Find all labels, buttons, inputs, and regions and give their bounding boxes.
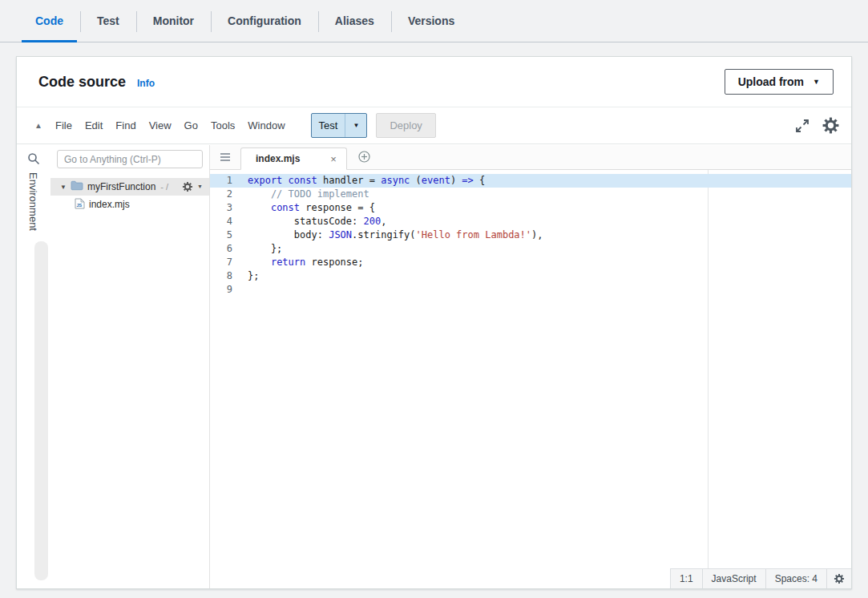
- code-editor: index.mjs × 123456789 export const handl…: [210, 145, 851, 588]
- editor-settings-gear-icon[interactable]: [822, 116, 840, 135]
- deploy-button[interactable]: Deploy: [376, 113, 435, 138]
- line-number: 2: [210, 188, 243, 201]
- fullscreen-icon[interactable]: [795, 119, 809, 133]
- menu-find[interactable]: Find: [109, 119, 142, 131]
- tab-code[interactable]: Code: [18, 0, 80, 42]
- goto-anything-input[interactable]: [57, 150, 203, 168]
- chevron-down-icon: ▼: [813, 79, 820, 86]
- tab-configuration-label: Configuration: [228, 14, 301, 27]
- editor-statusbar: 1:1 JavaScript Spaces: 4: [670, 568, 851, 588]
- statusbar-gear-icon[interactable]: [826, 569, 851, 588]
- line-number-gutter: 123456789: [210, 170, 243, 588]
- editor-menubar: ▲ File Edit Find View Go Tools Window Te…: [17, 107, 851, 144]
- cursor-position[interactable]: 1:1: [671, 569, 702, 588]
- menu-window[interactable]: Window: [241, 119, 291, 131]
- code-line[interactable]: body: JSON.stringify('Hello from Lambda!…: [243, 228, 851, 242]
- deploy-button-label: Deploy: [390, 119, 422, 131]
- folder-icon: [71, 180, 83, 193]
- chevron-down-icon: ▼: [353, 122, 359, 129]
- root-folder-suffix: - /: [160, 182, 168, 192]
- panel-header: Code source Info Upload from ▼: [17, 57, 851, 107]
- code-line[interactable]: const response = {: [243, 201, 851, 215]
- root-folder-name: myFirstFunction: [87, 181, 155, 192]
- test-split-button: Test ▼: [311, 113, 368, 138]
- line-number: 6: [210, 242, 243, 256]
- line-number: 1: [210, 174, 243, 188]
- code-line[interactable]: return response;: [243, 256, 851, 269]
- tab-monitor[interactable]: Monitor: [136, 0, 211, 42]
- close-icon[interactable]: ×: [330, 154, 337, 164]
- editor-tabbar: index.mjs ×: [210, 145, 851, 170]
- line-number: 3: [210, 201, 243, 215]
- editor-tab-index-mjs[interactable]: index.mjs ×: [240, 147, 347, 170]
- code-line[interactable]: };: [243, 269, 851, 283]
- editor-content-row: Environment ▼ myFirstFunction - /: [17, 145, 851, 588]
- page-title: Code source: [38, 74, 126, 91]
- menubar-right-icons: [795, 107, 840, 143]
- menu-edit[interactable]: Edit: [79, 119, 109, 131]
- upload-from-button[interactable]: Upload from ▼: [725, 69, 834, 95]
- tab-configuration[interactable]: Configuration: [211, 0, 318, 42]
- file-tree: ▼ myFirstFunction - /: [50, 178, 209, 213]
- tree-row-root-folder[interactable]: ▼ myFirstFunction - /: [50, 178, 209, 196]
- tab-code-label: Code: [35, 14, 63, 27]
- chevron-down-icon[interactable]: ▼: [60, 184, 71, 191]
- editor-tab-label: index.mjs: [256, 153, 300, 164]
- tab-aliases[interactable]: Aliases: [318, 0, 391, 42]
- code-area[interactable]: 123456789 export const handler = async (…: [210, 170, 851, 588]
- tab-versions[interactable]: Versions: [391, 0, 471, 42]
- menu-view[interactable]: View: [143, 119, 178, 131]
- left-icon-strip: Environment: [17, 145, 50, 588]
- menu-tools[interactable]: Tools: [204, 119, 241, 131]
- tab-test[interactable]: Test: [80, 0, 136, 42]
- code-line[interactable]: export const handler = async (event) => …: [243, 174, 851, 188]
- code-line[interactable]: [243, 283, 851, 297]
- code-lines[interactable]: export const handler = async (event) => …: [243, 170, 851, 588]
- tab-list-icon[interactable]: [220, 152, 231, 162]
- tree-settings-gear-icon[interactable]: [182, 181, 193, 192]
- js-file-icon: JS: [75, 198, 85, 212]
- language-mode[interactable]: JavaScript: [702, 569, 765, 588]
- line-number: 5: [210, 228, 243, 242]
- test-button-label: Test: [319, 119, 338, 131]
- chevron-down-icon[interactable]: ▼: [197, 184, 203, 189]
- tab-versions-label: Versions: [408, 14, 454, 27]
- panel-scrollbar[interactable]: [34, 241, 48, 580]
- code-source-panel: Code source Info Upload from ▼ ▲ File Ed…: [16, 56, 852, 589]
- indentation-setting[interactable]: Spaces: 4: [765, 569, 826, 588]
- upload-from-label: Upload from: [738, 75, 804, 88]
- code-line[interactable]: // TODO implement: [243, 188, 851, 201]
- line-number: 8: [210, 269, 243, 283]
- code-line[interactable]: };: [243, 242, 851, 256]
- line-number: 9: [210, 283, 243, 297]
- tab-aliases-label: Aliases: [335, 14, 374, 27]
- menu-file[interactable]: File: [49, 119, 79, 131]
- tab-monitor-label: Monitor: [153, 14, 194, 27]
- menu-go[interactable]: Go: [178, 119, 204, 131]
- info-link[interactable]: Info: [137, 78, 155, 89]
- new-tab-plus-icon[interactable]: [358, 151, 370, 163]
- collapse-triangle-icon[interactable]: ▲: [28, 121, 49, 130]
- environment-panel-tab[interactable]: Environment: [27, 172, 39, 231]
- line-number: 7: [210, 256, 243, 269]
- file-explorer-panel: ▼ myFirstFunction - /: [50, 145, 210, 588]
- search-icon[interactable]: [27, 152, 40, 168]
- code-line[interactable]: statusCode: 200,: [243, 215, 851, 228]
- test-dropdown-button[interactable]: ▼: [345, 114, 366, 137]
- tree-row-index-file[interactable]: JS index.mjs: [50, 196, 209, 213]
- file-name: index.mjs: [89, 199, 130, 210]
- line-number: 4: [210, 215, 243, 228]
- svg-text:JS: JS: [77, 203, 83, 208]
- tab-test-label: Test: [97, 14, 119, 27]
- function-nav-tabs: Code Test Monitor Configuration Aliases …: [0, 0, 868, 42]
- test-button[interactable]: Test: [312, 114, 346, 137]
